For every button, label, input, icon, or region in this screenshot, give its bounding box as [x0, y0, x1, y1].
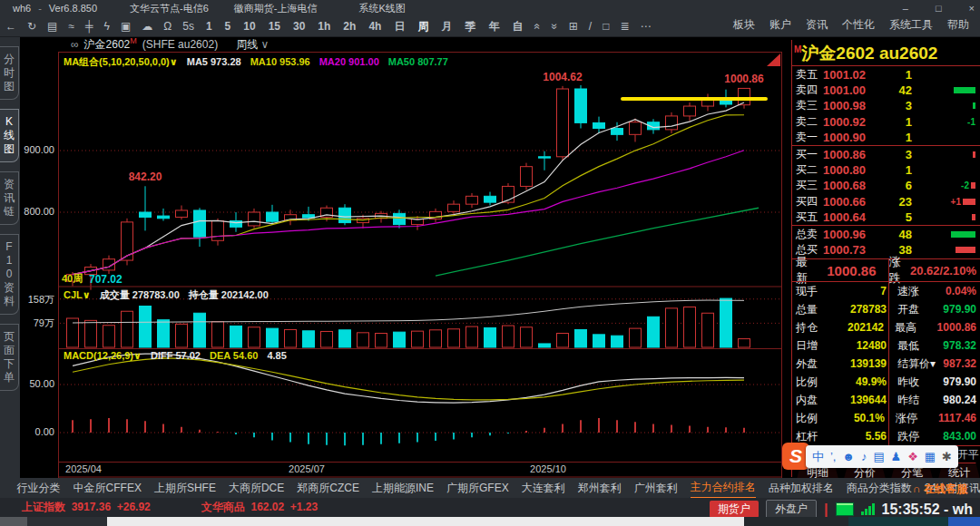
exchange-tab-大商所DCE[interactable]: 大商所DCE: [229, 479, 284, 498]
order-book-row[interactable]: 总卖1000.9648: [792, 227, 980, 242]
alert-bell-icon[interactable]: Ω: [163, 20, 172, 33]
period-15[interactable]: 15: [269, 20, 280, 33]
order-book-row[interactable]: 卖一1000.901: [792, 130, 980, 145]
period-select[interactable]: 周线 ∨: [236, 37, 269, 53]
menu-资讯[interactable]: 资讯: [806, 17, 828, 33]
order-book-row[interactable]: 买四1000.6623+1: [792, 194, 980, 209]
period-自[interactable]: 自: [512, 19, 523, 34]
rect-tool-icon[interactable]: □: [603, 20, 609, 33]
order-book-row[interactable]: 总买1000.7338: [792, 242, 980, 258]
menu-账户[interactable]: 账户: [769, 17, 791, 33]
exchange-tab-广州套利[interactable]: 广州套利: [634, 479, 678, 498]
detail-column-divider: [888, 259, 889, 445]
exchange-tab-大连套利[interactable]: 大连套利: [522, 479, 565, 498]
overseas-account-button[interactable]: 外盘户: [766, 500, 817, 519]
ime-voice-icon[interactable]: ♪: [861, 451, 867, 463]
exchange-tab-上期所SHFE[interactable]: 上期所SHFE: [154, 479, 216, 498]
quote-list-icon[interactable]: ▤: [47, 20, 57, 33]
period-5s[interactable]: 5s: [182, 20, 194, 33]
period-日[interactable]: 日: [394, 19, 405, 34]
sidebar-tab-K线图[interactable]: K 线 图: [0, 109, 19, 162]
exchange-tab-中金所CFFEX[interactable]: 中金所CFFEX: [74, 479, 142, 498]
maximize-button[interactable]: □: [936, 3, 942, 14]
period-1[interactable]: 1: [206, 20, 212, 33]
ime-toolbox-icon[interactable]: ▦: [925, 451, 936, 463]
ime-skin-icon[interactable]: ❖: [907, 451, 918, 463]
ime-settings-icon[interactable]: ✱: [942, 451, 952, 463]
exchange-tab-郑商所CZCE[interactable]: 郑商所CZCE: [297, 479, 359, 498]
ime-keyboard-icon[interactable]: ▤: [873, 451, 884, 463]
kline-chart[interactable]: 842.201004.621000.8640周707.022025/042025…: [58, 52, 782, 478]
period-4h[interactable]: 4h: [368, 20, 381, 33]
svg-text:707.02: 707.02: [89, 273, 122, 286]
ime-punctuation-icon[interactable]: ’,: [830, 451, 837, 463]
order-book-row[interactable]: 卖五1001.021: [792, 67, 980, 83]
order-book-row[interactable]: 买五1000.645: [792, 209, 980, 225]
order-book-row[interactable]: 卖四1001.0042: [792, 83, 980, 98]
order-book-row[interactable]: 买一1000.863: [792, 147, 980, 162]
exchange-tab-郑州套利[interactable]: 郑州套利: [578, 479, 622, 498]
sidebar-tab-页面下单[interactable]: 页 面 下 单: [0, 324, 19, 391]
wh6-app-window: wh6 - Ver6.8.850 文华云节点-电信6 徽商期货-上海电信 系统K…: [0, 0, 980, 526]
period-2h[interactable]: 2h: [343, 20, 356, 33]
draw-line-icon[interactable]: /: [589, 20, 592, 33]
ime-chinese-mode-icon[interactable]: 中: [812, 451, 824, 463]
detail-row: 现手7速涨0.04%: [792, 282, 980, 300]
sidebar-tab-资讯链[interactable]: 资 讯 链: [0, 171, 19, 225]
period-周[interactable]: 周: [417, 19, 428, 34]
order-book-row[interactable]: 买二1000.801: [792, 162, 980, 178]
cloud-icon[interactable]: ☁: [142, 20, 152, 33]
flash-order-icon[interactable]: ϟ: [104, 20, 110, 33]
menu-个性化[interactable]: 个性化: [842, 17, 875, 33]
indicator-icon[interactable]: ▣: [121, 20, 131, 33]
macd-indicator-header[interactable]: MACD(12,26,9)∨DIFF 57.02DEA 54.604.85: [64, 350, 296, 362]
ma-indicator-header[interactable]: MA组合(5,10,20,50,0,0)∨MA5 973.28MA10 953.…: [64, 55, 457, 69]
time-chart-icon[interactable]: ≈: [68, 20, 74, 33]
index-wenhua[interactable]: 文华商品 162.02 +1.23: [201, 500, 318, 515]
kline-chart-icon[interactable]: ╪: [85, 20, 93, 33]
period-月[interactable]: 月: [441, 19, 452, 34]
more-icon[interactable]: ⋯: [640, 20, 651, 33]
online-service-link[interactable]: ∩ 在线客服: [913, 482, 967, 497]
add-pane-icon[interactable]: ⊞: [569, 20, 578, 33]
period-年[interactable]: 年: [488, 19, 499, 34]
exchange-tab-行业分类[interactable]: 行业分类: [17, 479, 61, 498]
link-icon[interactable]: ∞: [71, 38, 79, 51]
refresh-icon[interactable]: ↻: [27, 20, 36, 33]
volume-indicator-header[interactable]: CJL∨成交量 278783.00持仓量 202142.00: [64, 288, 278, 302]
order-book-row[interactable]: 卖三1000.983: [792, 98, 980, 113]
period-5[interactable]: 5: [225, 20, 231, 33]
exchange-tab-上期能源INE[interactable]: 上期能源INE: [372, 479, 434, 498]
detail-value: 49.9%: [836, 375, 887, 388]
candle: [176, 210, 188, 217]
macd-axis-label: 50.00: [18, 378, 54, 389]
zoom-in-icon[interactable]: »: [548, 24, 561, 30]
menu-系统工具[interactable]: 系统工具: [889, 17, 933, 33]
period-30[interactable]: 30: [293, 20, 305, 33]
order-price: 1001.02: [823, 68, 879, 82]
volume-bar: [194, 313, 206, 347]
layout-icon[interactable]: ≣: [620, 20, 629, 33]
sidebar-tab-分时图[interactable]: 分 时 图: [0, 46, 19, 100]
minimize-button[interactable]: –: [903, 3, 908, 14]
period-10[interactable]: 10: [243, 20, 255, 33]
order-delta: -1: [967, 117, 975, 127]
close-button[interactable]: ×: [969, 3, 975, 14]
order-book-row[interactable]: 卖二1000.921-1: [792, 114, 980, 130]
ime-emoji-icon[interactable]: ☻: [842, 451, 855, 463]
index-shanghai[interactable]: 上证指数 3917.36 +26.92: [22, 500, 151, 515]
period-季[interactable]: 季: [465, 19, 475, 34]
menu-帮助[interactable]: 帮助: [947, 17, 969, 33]
period-1h[interactable]: 1h: [318, 20, 330, 33]
exchange-tab-主力合约排名[interactable]: 主力合约排名: [691, 478, 756, 499]
menu-板块[interactable]: 板块: [733, 17, 755, 33]
exchange-tab-商品分类指数[interactable]: 商品分类指数: [847, 479, 912, 498]
exchange-tab-品种加权排名[interactable]: 品种加权排名: [769, 479, 834, 498]
sidebar-tab-F10资料[interactable]: F 1 0 资 料: [0, 234, 19, 315]
zoom-out-icon[interactable]: «: [532, 24, 544, 30]
futures-account-button[interactable]: 期货户: [710, 501, 759, 518]
back-icon[interactable]: ←: [5, 20, 16, 33]
ime-account-icon[interactable]: ♟: [891, 451, 902, 463]
order-book-row[interactable]: 买三1000.686-2: [792, 178, 980, 193]
exchange-tab-广期所GFEX[interactable]: 广期所GFEX: [446, 479, 509, 498]
